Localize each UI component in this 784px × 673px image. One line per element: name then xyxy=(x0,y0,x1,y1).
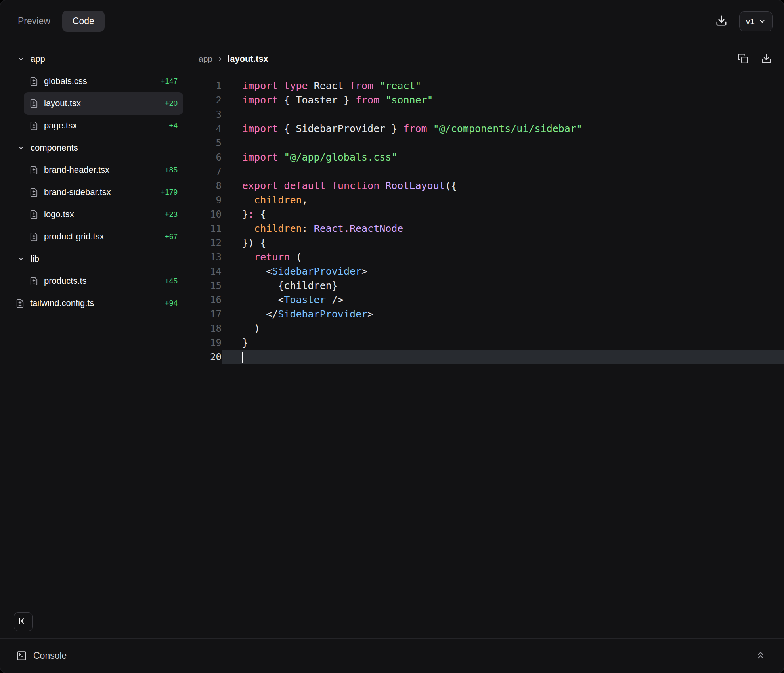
code-line-13[interactable]: 13 return ( xyxy=(188,250,784,264)
code-line-9[interactable]: 9 children, xyxy=(188,193,784,207)
topbar-actions: v1 xyxy=(712,11,773,31)
line-number: 3 xyxy=(188,107,222,122)
editor-actions xyxy=(736,52,773,67)
file-label: tailwind.config.ts xyxy=(30,298,159,308)
line-text: }: { xyxy=(222,207,784,222)
line-number: 18 xyxy=(188,321,222,336)
line-number: 2 xyxy=(188,93,222,107)
tree-folder-lib[interactable]: lib xyxy=(0,248,188,270)
download-button[interactable] xyxy=(712,11,730,31)
file-label: brand-sidebar.tsx xyxy=(44,187,155,197)
line-text: }) { xyxy=(222,236,784,250)
code-line-12[interactable]: 12}) { xyxy=(188,236,784,250)
file-diff-icon xyxy=(29,99,38,108)
editor-header: app layout.tsx xyxy=(188,42,784,71)
line-number: 9 xyxy=(188,193,222,207)
file-diff-icon xyxy=(29,166,38,175)
code-line-2[interactable]: 2import { Toaster } from "sonner" xyxy=(188,93,784,107)
download-icon xyxy=(715,15,727,28)
file-label: layout.tsx xyxy=(44,98,159,109)
line-text: children, xyxy=(222,193,784,207)
code-line-18[interactable]: 18 ) xyxy=(188,321,784,336)
tree-file-brand-header.tsx[interactable]: brand-header.tsx+85 xyxy=(24,159,183,181)
chevron-down-icon xyxy=(759,18,766,25)
tree-folder-app[interactable]: app xyxy=(0,48,188,70)
version-selector[interactable]: v1 xyxy=(739,11,773,31)
download-file-button[interactable] xyxy=(759,52,773,67)
code-line-20[interactable]: 20 xyxy=(188,350,784,364)
code-line-6[interactable]: 6import "@/app/globals.css" xyxy=(188,150,784,164)
tree-folder-components[interactable]: components xyxy=(0,137,188,159)
line-text: export default function RootLayout({ xyxy=(222,179,784,193)
tree-file-page.tsx[interactable]: page.tsx+4 xyxy=(24,115,183,137)
tree-file-logo.tsx[interactable]: logo.tsx+23 xyxy=(24,203,183,226)
line-number: 14 xyxy=(188,264,222,279)
code-line-16[interactable]: 16 <Toaster /> xyxy=(188,293,784,307)
line-text xyxy=(222,164,784,179)
tree-file-product-grid.tsx[interactable]: product-grid.tsx+67 xyxy=(24,226,183,248)
console-bar: Console xyxy=(0,638,784,673)
line-text: </SidebarProvider> xyxy=(222,307,784,321)
code-line-8[interactable]: 8export default function RootLayout({ xyxy=(188,179,784,193)
console-toggle[interactable]: Console xyxy=(16,650,67,661)
line-number: 7 xyxy=(188,164,222,179)
code-workspace-window: Preview Code v1 appglobals.css+147layout… xyxy=(0,0,784,673)
line-text xyxy=(222,350,784,364)
tree-file-globals.css[interactable]: globals.css+147 xyxy=(24,70,183,92)
breadcrumb: app layout.tsx xyxy=(199,54,268,64)
code-editor-panel: app layout.tsx xyxy=(188,42,784,638)
diff-badge: +85 xyxy=(165,166,178,174)
tree-file-layout.tsx[interactable]: layout.tsx+20 xyxy=(24,92,183,115)
tree-file-brand-sidebar.tsx[interactable]: brand-sidebar.tsx+179 xyxy=(24,181,183,203)
code-line-7[interactable]: 7 xyxy=(188,164,784,179)
expand-console-button[interactable] xyxy=(752,646,769,665)
code-line-3[interactable]: 3 xyxy=(188,107,784,122)
chevron-down-icon xyxy=(17,255,25,263)
line-number: 8 xyxy=(188,179,222,193)
line-text: return ( xyxy=(222,250,784,264)
diff-badge: +20 xyxy=(165,99,178,108)
line-text xyxy=(222,107,784,122)
chevrons-up-icon xyxy=(755,650,766,662)
folder-label: app xyxy=(31,54,188,64)
download-icon xyxy=(761,53,772,65)
file-diff-icon xyxy=(29,210,38,219)
copy-icon xyxy=(738,53,748,65)
file-diff-icon xyxy=(29,277,38,286)
breadcrumb-folder[interactable]: app xyxy=(199,54,212,64)
file-diff-icon xyxy=(29,232,38,241)
diff-badge: +67 xyxy=(165,232,178,241)
file-diff-icon xyxy=(29,77,38,86)
collapse-sidebar-button[interactable] xyxy=(14,612,33,631)
line-number: 13 xyxy=(188,250,222,264)
line-number: 10 xyxy=(188,207,222,222)
file-label: product-grid.tsx xyxy=(44,231,159,242)
line-text: <Toaster /> xyxy=(222,293,784,307)
line-number: 19 xyxy=(188,336,222,350)
line-text: import "@/app/globals.css" xyxy=(222,150,784,164)
code-line-15[interactable]: 15 {children} xyxy=(188,279,784,293)
text-cursor xyxy=(242,352,243,363)
code-line-1[interactable]: 1import type React from "react" xyxy=(188,79,784,93)
code-line-17[interactable]: 17 </SidebarProvider> xyxy=(188,307,784,321)
code-line-14[interactable]: 14 <SidebarProvider> xyxy=(188,264,784,279)
code-line-10[interactable]: 10}: { xyxy=(188,207,784,222)
line-number: 1 xyxy=(188,79,222,93)
tab-code[interactable]: Code xyxy=(62,11,105,32)
file-diff-icon xyxy=(15,299,25,308)
line-text: } xyxy=(222,336,784,350)
tree-file-tailwind.config.ts[interactable]: tailwind.config.ts+94 xyxy=(0,292,183,314)
chevron-down-icon xyxy=(17,55,25,63)
tree-file-products.ts[interactable]: products.ts+45 xyxy=(24,270,183,292)
file-label: page.tsx xyxy=(44,120,163,131)
file-diff-icon xyxy=(29,188,38,197)
copy-code-button[interactable] xyxy=(736,52,750,67)
topbar: Preview Code v1 xyxy=(0,0,784,42)
code-line-5[interactable]: 5 xyxy=(188,136,784,150)
tab-preview[interactable]: Preview xyxy=(18,11,50,32)
diff-badge: +147 xyxy=(161,77,178,86)
code-line-19[interactable]: 19} xyxy=(188,336,784,350)
code-line-11[interactable]: 11 children: React.ReactNode xyxy=(188,222,784,236)
code-line-4[interactable]: 4import { SidebarProvider } from "@/comp… xyxy=(188,122,784,136)
line-number: 20 xyxy=(188,350,222,364)
